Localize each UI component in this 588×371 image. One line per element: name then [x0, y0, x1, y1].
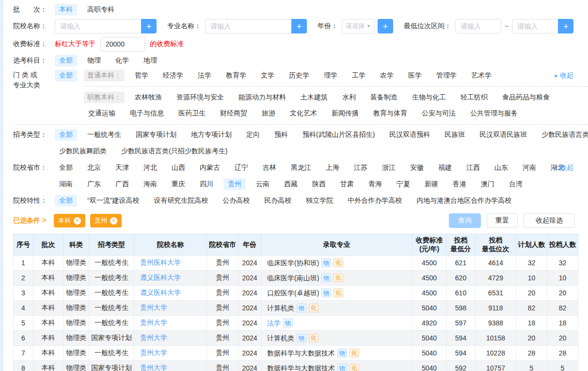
major-name-add-button[interactable]: + [291, 19, 307, 33]
province-chip[interactable]: 海南 [139, 178, 161, 190]
category-chip[interactable]: 历史学 [285, 70, 314, 81]
province-chip[interactable]: 四川 [195, 178, 218, 190]
admission-type-chip[interactable]: 少数民族语言类(只招少数民族考生) [117, 145, 232, 157]
category-chip[interactable]: 公安与司法 [417, 108, 460, 119]
category-chip[interactable]: 电子与信息 [126, 108, 168, 119]
feature-chip[interactable]: 独立学院 [302, 195, 337, 207]
feature-chip[interactable]: 公办高校 [218, 195, 254, 207]
college-link[interactable]: 贵州大学 [140, 364, 167, 371]
admission-type-chip[interactable]: 民族班 [440, 129, 469, 141]
year-select[interactable]: 请选择 ▼ [342, 19, 375, 33]
category-chip[interactable]: 资源环境与安全 [172, 92, 228, 103]
province-chip[interactable]: 河南 [518, 162, 540, 174]
category-chip[interactable]: 理学 [319, 70, 342, 81]
query-button[interactable]: 查询 [449, 213, 481, 228]
college-link[interactable]: 贵州大学 [140, 334, 167, 341]
province-chip[interactable]: 重庆 [167, 178, 190, 190]
category-chip[interactable]: 新闻传播 [327, 108, 363, 119]
feature-chip[interactable]: 内地与港澳台地区合作办学高校 [412, 195, 516, 207]
province-chip[interactable]: 台湾 [505, 178, 527, 190]
category-chip[interactable]: 公共管理与服务 [466, 108, 522, 119]
batch-chip[interactable]: 高职专科 [83, 4, 119, 16]
province-chip[interactable]: 青海 [364, 178, 386, 190]
province-chip[interactable]: 河北 [139, 162, 161, 174]
province-chip[interactable]: 澳门 [477, 178, 499, 190]
province-chip[interactable]: 陕西 [308, 178, 330, 190]
province-chip[interactable]: 吉林 [258, 162, 281, 174]
category-collapse-link[interactable]: ∧ 收起 [554, 71, 573, 80]
admission-type-chip[interactable]: 预科(武陵山片区县招生) [298, 129, 379, 141]
province-chip[interactable]: 辽宁 [230, 162, 253, 174]
province-chip[interactable]: 香港 [448, 178, 471, 190]
province-chip[interactable]: 甘肃 [336, 178, 358, 190]
province-chip[interactable]: 贵州 [223, 178, 246, 190]
category-chip[interactable]: 教育与体育 [369, 108, 412, 119]
admission-type-chip[interactable]: 少数民族语言类 [537, 129, 588, 141]
admission-type-chip[interactable]: 国家专项计划 [131, 129, 181, 141]
subject-chip[interactable]: 物理 [83, 55, 105, 66]
feature-chip[interactable]: “双一流”建设高校 [83, 195, 143, 207]
admission-type-chip[interactable]: 民汉双语民族班 [475, 129, 531, 141]
remove-tag-icon[interactable]: ✕ [110, 217, 117, 225]
college-name-add-button[interactable]: + [141, 19, 157, 33]
province-chip[interactable]: 云南 [252, 178, 274, 190]
category-chip[interactable]: 食品药品与粮食 [498, 92, 554, 103]
rank-max-input[interactable] [512, 19, 558, 33]
category-all-chip[interactable]: 全部 [55, 70, 77, 81]
category-chip[interactable]: 水利 [338, 92, 360, 103]
selected-condition-tag[interactable]: 本科✕ [54, 214, 85, 227]
feature-chip[interactable]: 设有研究生院高校 [149, 195, 212, 207]
college-name-input[interactable] [55, 19, 141, 33]
province-chip[interactable]: 全部 [55, 162, 77, 174]
category-chip[interactable]: 能源动力与材料 [234, 92, 290, 103]
category-chip[interactable]: 文化艺术 [286, 108, 321, 119]
admission-type-chip[interactable]: 全部 [55, 129, 77, 141]
feature-chip[interactable]: 中外合作办学高校 [343, 195, 406, 207]
province-chip[interactable]: 广西 [111, 178, 133, 190]
feature-chip[interactable]: 全部 [55, 195, 77, 207]
remove-tag-icon[interactable]: ✕ [74, 217, 81, 225]
province-chip[interactable]: 西藏 [280, 178, 302, 190]
college-link[interactable]: 遵义医科大学 [140, 274, 181, 281]
category-chip[interactable]: 文学 [256, 70, 279, 81]
reset-button[interactable]: 重置 [487, 213, 518, 228]
category-chip[interactable]: 工学 [348, 70, 370, 81]
province-chip[interactable]: 天津 [111, 162, 133, 174]
batch-chip[interactable]: 本科 [55, 4, 77, 16]
admission-type-chip[interactable]: 民汉双语预科 [385, 129, 434, 141]
category-chip[interactable]: 财经商贸 [216, 108, 252, 119]
category-chip[interactable]: 哲学 [130, 70, 153, 81]
category-chip[interactable]: 法学 [193, 70, 216, 81]
category-chip[interactable]: 轻工纺织 [456, 92, 492, 103]
category-chip[interactable]: 土木建筑 [296, 92, 332, 103]
college-link[interactable]: 贵州大学 [140, 304, 167, 311]
subject-chip[interactable]: 地理 [139, 55, 161, 66]
category-chip[interactable]: 管理学 [432, 70, 461, 81]
selected-condition-tag[interactable]: 贵州✕ [90, 214, 122, 227]
province-chip[interactable]: 江苏 [350, 162, 372, 174]
category-chip[interactable]: 经济学 [159, 70, 188, 81]
subject-chip[interactable]: 化学 [111, 55, 133, 66]
province-chip[interactable]: 江西 [462, 162, 484, 174]
fee-threshold-input[interactable] [100, 37, 145, 51]
province-chip[interactable]: 湖南 [55, 178, 77, 190]
collapse-filters-button[interactable]: 收起筛选 [524, 213, 575, 228]
rank-min-input[interactable] [455, 19, 501, 33]
province-chip[interactable]: 浙江 [378, 162, 400, 174]
admission-type-chip[interactable]: 预科 [270, 129, 292, 141]
province-collapse-link[interactable]: ∧ 收起 [554, 163, 573, 172]
admission-type-chip[interactable]: 地方专项计划 [187, 129, 236, 141]
admission-type-chip[interactable]: 少数民族舞蹈类 [55, 145, 111, 157]
subject-chip[interactable]: 全部 [55, 55, 77, 66]
category-chip[interactable]: 旅游 [257, 108, 280, 119]
province-chip[interactable]: 山西 [167, 162, 190, 174]
province-chip[interactable]: 北京 [83, 162, 105, 174]
category-chip[interactable]: 农学 [376, 70, 398, 81]
category-chip[interactable]: 医药卫生 [174, 108, 210, 119]
province-chip[interactable]: 新疆 [420, 178, 443, 190]
category-chip[interactable]: 交通运输 [84, 108, 120, 119]
feature-chip[interactable]: 民办高校 [260, 195, 296, 207]
province-chip[interactable]: 黑龙江 [286, 162, 316, 174]
category-chip[interactable]: 艺术学 [467, 70, 496, 81]
year-add-button[interactable]: + [378, 19, 393, 33]
